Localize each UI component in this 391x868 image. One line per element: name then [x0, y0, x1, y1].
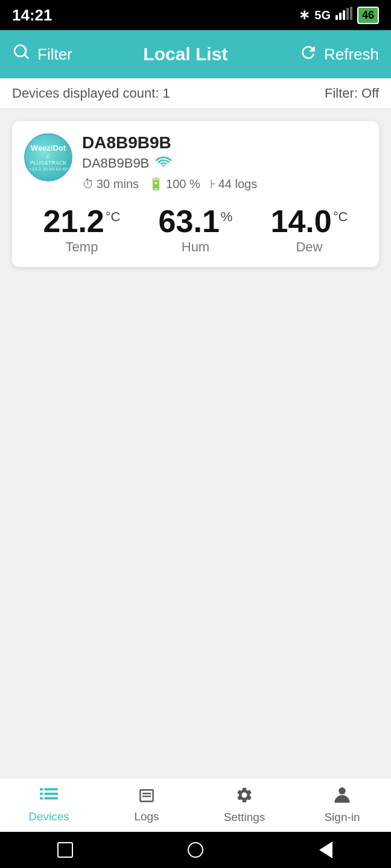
- svg-rect-1: [339, 13, 342, 20]
- dew-value: 14.0: [271, 204, 332, 239]
- svg-rect-0: [335, 15, 338, 20]
- nav-label-settings: Settings: [224, 811, 265, 824]
- hum-label: Hum: [159, 239, 233, 255]
- devices-icon: [40, 787, 58, 808]
- device-card-header: WeeziDot © PLUG&TRACK +33 3 20 64 63 65 …: [24, 133, 367, 191]
- svg-rect-5: [40, 788, 43, 790]
- bluetooth-icon: ∗: [299, 7, 310, 23]
- svg-rect-3: [346, 8, 349, 20]
- device-id: DA8B9B9B: [82, 156, 149, 171]
- battery-icon: 46: [357, 7, 379, 24]
- svg-rect-4: [350, 7, 352, 20]
- dew-reading: 14.0°C Dew: [271, 206, 348, 255]
- status-time: 14:21: [12, 6, 52, 25]
- svg-rect-8: [45, 793, 59, 795]
- hum-reading: 63.1% Hum: [159, 206, 233, 255]
- battery-small-icon: 🔋: [148, 177, 164, 191]
- signal-icon: [335, 7, 352, 24]
- svg-rect-6: [45, 788, 59, 790]
- nav-item-logs[interactable]: Logs: [98, 778, 196, 832]
- temp-label: Temp: [43, 239, 121, 255]
- svg-rect-7: [40, 793, 43, 795]
- logs-icon: [138, 787, 156, 808]
- nav-item-devices[interactable]: Devices: [0, 778, 98, 832]
- filter-bar: Devices displayed count: 1 Filter: Off: [0, 78, 391, 109]
- device-id-row: DA8B9B9B: [82, 155, 367, 172]
- filter-status: Filter: Off: [325, 86, 379, 101]
- avatar-sub1: © PLUG&TRACK: [28, 154, 69, 166]
- device-meta: ⏱ 30 mins 🔋 100 % ⊦ 44 logs: [82, 177, 367, 191]
- hum-value: 63.1: [159, 204, 220, 239]
- filter-label: Filter: [37, 45, 72, 64]
- dew-label: Dew: [271, 239, 348, 255]
- top-nav-bar: Filter Local List Refresh: [0, 30, 391, 78]
- wifi-icon: [155, 155, 172, 172]
- meta-time: ⏱ 30 mins: [82, 177, 139, 191]
- nav-back-button[interactable]: [314, 838, 338, 862]
- system-nav: [0, 832, 391, 868]
- hum-unit: %: [221, 209, 233, 224]
- svg-rect-9: [40, 797, 43, 799]
- temp-unit: °C: [106, 209, 121, 224]
- device-avatar: WeeziDot © PLUG&TRACK +33 3 20 64 63 65: [24, 133, 72, 181]
- avatar-brand: WeeziDot: [28, 143, 69, 153]
- meta-battery: 🔋 100 %: [148, 177, 200, 191]
- status-bar: 14:21 ∗ 5G 46: [0, 0, 391, 30]
- temp-value: 21.2: [43, 204, 104, 239]
- svg-rect-2: [343, 10, 345, 20]
- avatar-sub2: +33 3 20 64 63 65: [28, 166, 69, 172]
- device-card[interactable]: WeeziDot © PLUG&TRACK +33 3 20 64 63 65 …: [12, 121, 379, 267]
- search-icon: [12, 43, 31, 66]
- network-label: 5G: [314, 8, 331, 22]
- svg-rect-10: [45, 797, 59, 799]
- nav-square-button[interactable]: [53, 838, 77, 862]
- nav-item-settings[interactable]: Settings: [196, 778, 293, 832]
- status-icons: ∗ 5G 46: [299, 7, 379, 24]
- refresh-label: Refresh: [324, 45, 379, 64]
- settings-icon: [235, 786, 253, 808]
- nav-home-button[interactable]: [183, 838, 208, 862]
- device-info: DA8B9B9B DA8B9B9B ⏱ 30 mins 🔋: [82, 133, 367, 191]
- meta-logs: ⊦ 44 logs: [210, 177, 258, 191]
- nav-label-logs: Logs: [134, 810, 159, 823]
- clock-icon: ⏱: [82, 177, 94, 191]
- device-count: Devices displayed count: 1: [12, 86, 170, 101]
- page-title: Local List: [143, 44, 227, 64]
- bottom-nav: Devices Logs Settings Sign-in: [0, 778, 391, 832]
- signin-icon: [334, 786, 350, 808]
- temp-reading: 21.2°C Temp: [43, 206, 121, 255]
- main-content: WeeziDot © PLUG&TRACK +33 3 20 64 63 65 …: [0, 109, 391, 784]
- nav-item-signin[interactable]: Sign-in: [293, 778, 391, 832]
- device-name: DA8B9B9B: [82, 133, 367, 153]
- svg-point-11: [339, 787, 346, 794]
- nav-label-devices: Devices: [28, 810, 69, 823]
- grid-icon: ⊦: [210, 177, 216, 191]
- refresh-icon: [299, 43, 318, 66]
- filter-button[interactable]: Filter: [12, 43, 72, 66]
- refresh-button[interactable]: Refresh: [299, 43, 379, 66]
- sensor-readings: 21.2°C Temp 63.1% Hum 14.0°C Dew: [24, 201, 367, 255]
- dew-unit: °C: [333, 209, 348, 224]
- nav-label-signin: Sign-in: [324, 811, 360, 824]
